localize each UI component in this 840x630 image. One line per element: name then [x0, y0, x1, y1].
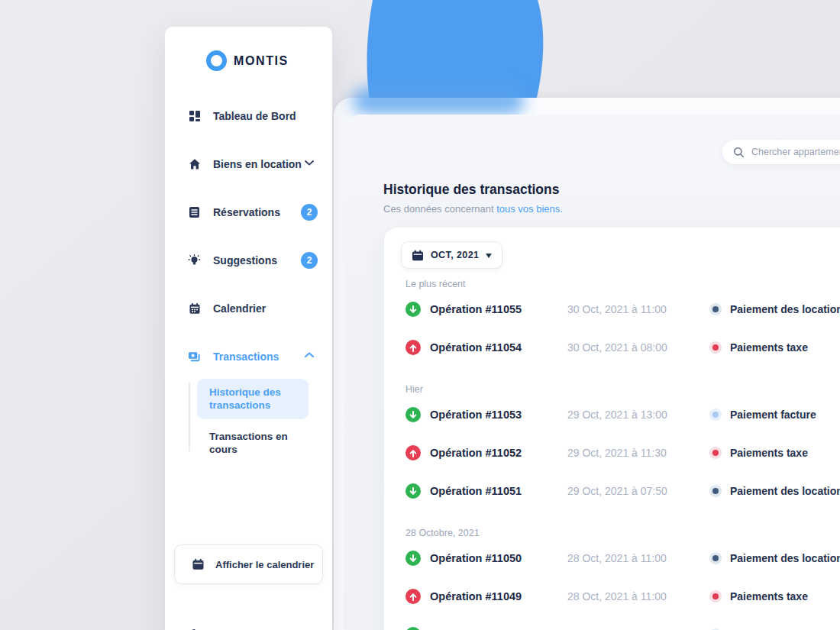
- group-label: Le plus récent: [405, 278, 840, 290]
- transaction-category: Paiement des locations: [709, 552, 840, 564]
- transaction-direction-icon: [405, 627, 421, 630]
- sidebar-item-reservations[interactable]: Réservations 2: [188, 203, 332, 221]
- search-icon: [733, 147, 745, 158]
- main-panel: Chercher appartements, loca Historique d…: [344, 115, 840, 630]
- sidebar-item-calendar[interactable]: Calendrier: [188, 299, 332, 318]
- transaction-id: Opération #11054: [430, 341, 567, 354]
- transaction-id: Opération #11052: [430, 447, 567, 459]
- category-label: Paiement des locations: [730, 485, 840, 497]
- chevron-down-icon: [305, 160, 314, 166]
- transaction-direction-icon: [405, 589, 421, 604]
- group-label: Hier: [405, 383, 840, 396]
- transaction-id: Opération #11049: [430, 590, 567, 603]
- suggestions-badge: 2: [301, 252, 318, 269]
- sidebar-item-suggestions[interactable]: Suggestions 2: [188, 251, 332, 270]
- transaction-category: Paiement facture: [709, 409, 840, 421]
- transaction-direction-icon: [405, 302, 421, 317]
- transaction-id: Opération #11050: [430, 552, 567, 564]
- search-input[interactable]: Chercher appartements, loca: [722, 140, 840, 164]
- transaction-row[interactable]: Opération #11055 30 Oct, 2021 à 11:00 Pa…: [401, 290, 840, 328]
- transaction-datetime: 28 Oct, 2021 à 11:00: [567, 552, 709, 564]
- category-label: Paiements taxe: [730, 341, 808, 354]
- sidebar-item-rentals[interactable]: Biens en location: [188, 155, 332, 173]
- search-placeholder: Chercher appartements, loca: [751, 147, 840, 157]
- transaction-category: Paiement des locations: [709, 303, 840, 315]
- brand-logo-icon: [206, 50, 227, 71]
- show-calendar-label: Afficher le calendrier: [215, 559, 314, 570]
- reservations-icon: [188, 206, 201, 219]
- transaction-direction-icon: [405, 340, 421, 355]
- page-subtitle: Ces données concernant tous vos biens.: [383, 203, 840, 215]
- sidebar-item-label: Tableau de Bord: [213, 110, 296, 122]
- calendar-icon: [412, 250, 424, 261]
- submenu-item-history[interactable]: Historique des transactions: [197, 379, 309, 419]
- sidebar: MONTIS Tableau de Bord Biens en location…: [165, 27, 332, 630]
- group-label: 28 Octobre, 2021: [405, 527, 840, 539]
- sidebar-nav: Tableau de Bord Biens en location Réserv…: [188, 107, 332, 366]
- transaction-row[interactable]: Opération #11049 28 Oct, 2021 à 11:00 Pa…: [401, 577, 840, 615]
- dashboard-icon: [188, 110, 201, 123]
- transaction-direction-icon: [405, 551, 421, 566]
- bulb-icon: [188, 254, 201, 267]
- transaction-direction-icon: [405, 407, 421, 422]
- transaction-id: Opération #11051: [430, 485, 567, 497]
- month-selector-label: OCT, 2021: [431, 250, 479, 260]
- category-dot-icon: [709, 409, 722, 421]
- all-properties-link[interactable]: tous vos biens.: [496, 203, 563, 215]
- transaction-id: Opération #11055: [430, 303, 567, 315]
- transaction-category: Paiements taxe: [709, 447, 840, 459]
- brand-name: MONTIS: [234, 54, 289, 68]
- sidebar-item-transactions[interactable]: Transactions: [188, 347, 332, 366]
- caret-down-icon: [486, 254, 492, 258]
- calendar-icon: [192, 558, 205, 570]
- transaction-row[interactable]: Opération #11053 29 Oct, 2021 à 13:00 Pa…: [401, 396, 840, 434]
- sidebar-item-label: Réservations: [213, 206, 280, 218]
- transaction-datetime: 29 Oct, 2021 à 13:00: [567, 409, 709, 421]
- transaction-row[interactable]: Opérationz #11048 28 Oct, 2021 à 11:00 P…: [401, 615, 840, 630]
- sidebar-item-label: Biens en location: [213, 158, 302, 170]
- brand-logo: MONTIS: [188, 50, 332, 71]
- blue-glow: [353, 87, 525, 115]
- category-dot-icon: [709, 485, 722, 497]
- sidebar-item-label: Transactions: [213, 351, 279, 363]
- transaction-datetime: 30 Oct, 2021 à 11:00: [567, 303, 709, 315]
- transaction-datetime: 30 Oct, 2021 à 08:00: [567, 341, 709, 354]
- transactions-card: OCT, 2021 Le plus récent Opération #1105…: [383, 227, 840, 630]
- transaction-row[interactable]: Opération #11050 28 Oct, 2021 à 11:00 Pa…: [401, 539, 840, 577]
- subtitle-text: Ces données concernant: [383, 203, 496, 215]
- transactions-icon: [188, 351, 201, 363]
- category-label: Paiements taxe: [730, 447, 808, 459]
- home-icon: [188, 158, 201, 171]
- show-calendar-button[interactable]: Afficher le calendrier: [174, 544, 323, 584]
- category-label: Paiements taxe: [730, 590, 808, 603]
- chevron-up-icon: [305, 352, 314, 358]
- transaction-id: Opération #11053: [430, 409, 567, 421]
- transaction-direction-icon: [405, 483, 421, 499]
- transaction-category: Paiements taxe: [709, 590, 840, 603]
- reservations-badge: 2: [301, 204, 318, 221]
- sidebar-item-label: Suggestions: [213, 254, 277, 267]
- category-dot-icon: [709, 303, 722, 315]
- transaction-direction-icon: [405, 445, 421, 460]
- category-label: Paiement des locations: [730, 552, 840, 564]
- category-dot-icon: [709, 590, 722, 603]
- transaction-row[interactable]: Opération #11054 30 Oct, 2021 à 08:00 Pa…: [401, 328, 840, 367]
- category-dot-icon: [709, 341, 722, 354]
- transaction-row[interactable]: Opération #11051 29 Oct, 2021 à 07:50 Pa…: [401, 472, 840, 510]
- top-blue-shape: [359, 0, 550, 101]
- transaction-category: Paiements taxe: [709, 341, 840, 354]
- transaction-datetime: 28 Oct, 2021 à 11:00: [567, 590, 709, 603]
- month-selector[interactable]: OCT, 2021: [401, 241, 502, 269]
- category-label: Paiement facture: [730, 409, 816, 421]
- category-dot-icon: [709, 552, 722, 564]
- page-title: Historique des transactions: [383, 182, 840, 198]
- transaction-row[interactable]: Opération #11052 29 Oct, 2021 à 11:30 Pa…: [401, 434, 840, 472]
- transactions-submenu: Historique des transactions Transactions…: [189, 379, 332, 456]
- submenu-item-ongoing[interactable]: Transactions en cours: [197, 430, 309, 456]
- category-label: Paiement des locations: [730, 303, 840, 315]
- sidebar-item-dashboard[interactable]: Tableau de Bord: [188, 107, 332, 125]
- sidebar-item-label: Calendrier: [213, 302, 266, 315]
- transaction-datetime: 29 Oct, 2021 à 07:50: [567, 485, 709, 497]
- transactions-list: Le plus récent Opération #11055 30 Oct, …: [401, 278, 840, 630]
- transaction-category: Paiement des locations: [709, 485, 840, 497]
